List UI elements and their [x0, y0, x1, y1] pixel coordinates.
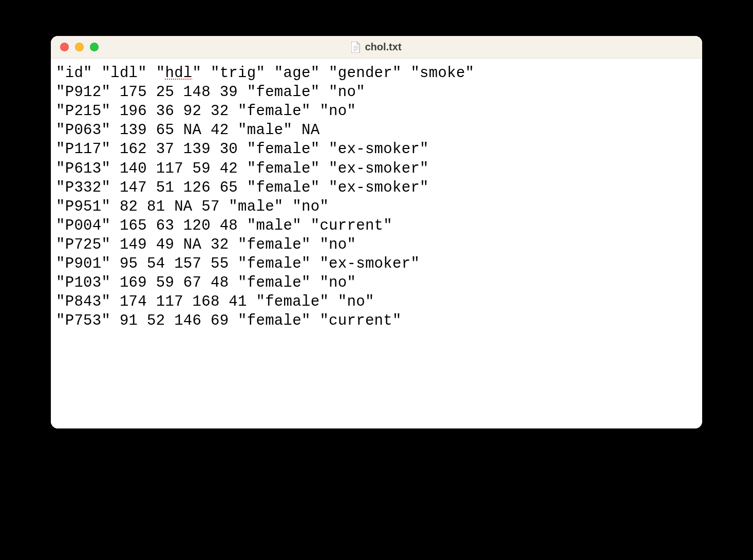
window-title: chol.txt: [365, 41, 401, 53]
titlebar[interactable]: chol.txt: [51, 36, 702, 59]
text-line: "P843" 174 117 168 41 "female" "no": [56, 293, 374, 310]
title-wrap: chol.txt: [51, 41, 702, 53]
text-line: "P901" 95 54 157 55 "female" "ex-smoker": [56, 255, 420, 272]
text-line: "P725" 149 49 NA 32 "female" "no": [56, 236, 356, 253]
header-prefix: "id" "ldl" ": [56, 65, 165, 82]
text-line: "P004" 165 63 120 48 "male" "current": [56, 217, 392, 234]
text-editor-window: chol.txt "id" "ldl" "hdl" "trig" "age" "…: [51, 36, 702, 428]
text-content[interactable]: "id" "ldl" "hdl" "trig" "age" "gender" "…: [56, 64, 697, 331]
header-suffix: " "trig" "age" "gender" "smoke": [193, 65, 475, 82]
text-line: "P613" 140 117 59 42 "female" "ex-smoker…: [56, 160, 429, 177]
text-line: "P215" 196 36 92 32 "female" "no": [56, 103, 356, 120]
text-line: "P912" 175 25 148 39 "female" "no": [56, 84, 365, 101]
text-line: "P103" 169 59 67 48 "female" "no": [56, 274, 356, 291]
close-button[interactable]: [60, 43, 69, 51]
text-line: "P117" 162 37 139 30 "female" "ex-smoker…: [56, 141, 429, 158]
text-line: "P951" 82 81 NA 57 "male" "no": [56, 198, 329, 215]
text-line: "P753" 91 52 146 69 "female" "current": [56, 312, 402, 329]
header-line: "id" "ldl" "hdl" "trig" "age" "gender" "…: [56, 65, 474, 82]
document-icon: [351, 42, 361, 53]
spellcheck-underline: hdl: [165, 65, 192, 82]
maximize-button[interactable]: [90, 43, 99, 51]
traffic-lights: [51, 43, 99, 51]
text-line: "P063" 139 65 NA 42 "male" NA: [56, 122, 319, 139]
content-area[interactable]: "id" "ldl" "hdl" "trig" "age" "gender" "…: [51, 59, 702, 428]
minimize-button[interactable]: [75, 43, 84, 51]
text-line: "P332" 147 51 126 65 "female" "ex-smoker…: [56, 179, 429, 196]
